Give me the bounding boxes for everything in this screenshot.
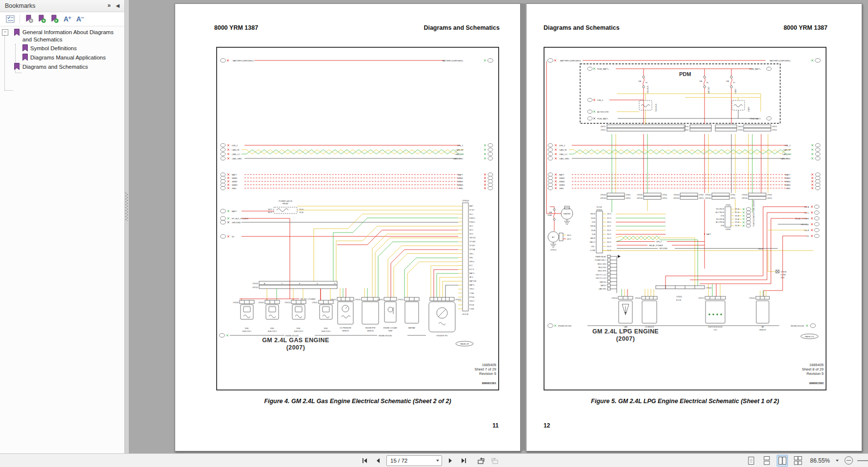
svg-text:GROUND: GROUND [659, 248, 667, 250]
bookmark-item-symbol-definitions[interactable]: Symbol Definitions [0, 44, 124, 53]
facing-continuous-view-button[interactable] [792, 455, 804, 467]
bookmark-item-general-information[interactable]: − General Information About Diagrams and… [0, 28, 124, 44]
panel-expand-icon[interactable]: » [107, 0, 111, 12]
k-line-test-connector: CPS236 K-LINE TEST [776, 270, 787, 279]
svg-text:SMB3: SMB3 [458, 184, 464, 186]
svg-text:CRP13: CRP13 [772, 126, 777, 128]
svg-text:BATT: BATT [458, 174, 464, 176]
zoom-slider[interactable] [857, 457, 868, 465]
page-number-input[interactable] [387, 458, 434, 464]
svg-text:ENGINE RPM: ENGINE RPM [365, 327, 376, 329]
svg-text:FUEL/RUN: FUEL/RUN [647, 85, 649, 94]
svg-text:CPS83: CPS83 [726, 204, 730, 206]
bookmarks-panel-header: Bookmarks » ◀ [0, 0, 124, 12]
svg-text:ACC PED A: ACC PED A [716, 221, 725, 223]
page-dropdown-icon[interactable] [434, 456, 442, 466]
svg-text:ACC PED B: ACC PED B [716, 212, 724, 214]
svg-text:ENGINE,GROUND: ENGINE,GROUND [379, 335, 392, 337]
svg-text:5V: 5V [807, 235, 809, 237]
fuse-f6: 20A F6 BATTERY [699, 69, 710, 124]
zoom-dropdown-icon[interactable] [834, 460, 840, 462]
bookmark-item-diagrams-manual-applications[interactable]: Diagrams Manual Applications [0, 53, 124, 62]
delete-bookmark-icon[interactable] [23, 14, 36, 24]
facing-view-button[interactable] [777, 455, 788, 467]
svg-text:CPS203: CPS203 [596, 209, 602, 211]
svg-text:VRS -: VRS - [469, 257, 474, 259]
font-decrease-icon[interactable]: A⁻ [74, 14, 86, 24]
next-page-button[interactable] [445, 456, 455, 466]
svg-text:CPS216: CPS216 [611, 297, 617, 299]
svg-text:PDM_BATT+: PDM_BATT+ [749, 68, 762, 70]
svg-text:ECU-B: ECU-B [676, 299, 681, 301]
figure-caption: Figure 5. GM 2.4L LPG Engine Electrical … [544, 398, 827, 405]
svg-text:CRP160: CRP160 [742, 197, 747, 199]
svg-text:CAN_HI: CAN_HI [559, 149, 566, 151]
fuse-f3: 20A F3 FUEL/RUN [638, 69, 649, 124]
svg-text:CAN_LO: CAN_LO [782, 153, 790, 156]
svg-text:CAN_LO: CAN_LO [232, 153, 240, 156]
svg-text:F6: F6 [707, 82, 708, 84]
svg-text:GRD A: GRD A [590, 225, 596, 227]
svg-text:371-D: 371-D [607, 217, 611, 219]
svg-text:ETCM-: ETCM- [469, 304, 474, 306]
last-page-button[interactable] [459, 456, 468, 466]
svg-text:CPS160: CPS160 [705, 194, 711, 196]
svg-text:IGN CYL 2 & 3: IGN CYL 2 & 3 [596, 277, 606, 279]
svg-text:IAT S: IAT S [469, 276, 473, 278]
svg-text:COIL: COIL [713, 329, 717, 331]
svg-text:CRP15: CRP15 [601, 126, 606, 128]
svg-text:IGN CYL 1 & 4: IGN CYL 1 & 4 [596, 274, 606, 276]
oil-pressure-sensor: CPS201 OIL PRESSURE SENSOR [330, 297, 354, 332]
svg-text:SENSOR: SENSOR [759, 329, 766, 331]
svg-text:CRP55: CRP55 [626, 197, 631, 199]
svg-text:F3: F3 [646, 82, 647, 84]
page-gap-divider [521, 3, 525, 450]
svg-text:CPS213: CPS213 [455, 299, 461, 301]
splitter-grip[interactable] [125, 193, 128, 221]
single-page-view-button[interactable] [746, 455, 757, 467]
previous-page-button[interactable] [373, 456, 383, 466]
svg-text:F7: F7 [733, 82, 735, 84]
previous-view-button[interactable] [477, 456, 486, 466]
goto-bookmark-icon[interactable] [48, 14, 61, 24]
svg-text:TAP: TAP [761, 326, 764, 328]
svg-text:IGN_3: IGN_3 [597, 99, 604, 101]
svg-text:OP SIG: OP SIG [469, 245, 475, 247]
svg-text:OIL PRESSURE: OIL PRESSURE [340, 327, 351, 329]
bookmark-item-diagrams-and-schematics[interactable]: Diagrams and Schematics [0, 62, 124, 72]
svg-text:CPS14: CPS14 [738, 129, 743, 131]
bookmark-icon [22, 54, 28, 61]
svg-text:CPS160: CPS160 [600, 194, 606, 196]
svg-text:901-D: 901-D [607, 237, 611, 239]
svg-text:IGN_2: IGN_2 [785, 144, 791, 147]
panel-splitter[interactable] [125, 0, 129, 454]
font-increase-icon[interactable]: A⁺ [61, 14, 74, 24]
zoom-out-button[interactable] [845, 456, 853, 465]
svg-text:SMB1: SMB1 [458, 177, 464, 179]
lpg-engine-schematic: BATTERY,(UNFUSED) BATTERY,(UNFUSED) PDM … [544, 47, 827, 390]
svg-text:ALT: ALT [552, 236, 555, 238]
svg-text:CAN_HI: CAN_HI [456, 149, 463, 151]
svg-text:CPS218: CPS218 [635, 297, 641, 299]
svg-text:SMB2: SMB2 [559, 180, 565, 183]
collapse-minus-icon[interactable]: − [2, 29, 8, 36]
svg-text:261-P: 261-P [607, 234, 611, 235]
continuous-view-button[interactable] [761, 455, 772, 467]
next-view-button[interactable] [489, 456, 499, 466]
svg-text:TSIG 2: TSIG 2 [469, 300, 474, 302]
svg-text:FL RLY: FL RLY [469, 210, 475, 212]
svg-text:SENSOR: SENSOR [367, 330, 374, 332]
svg-text:SMB1: SMB1 [785, 177, 791, 179]
svg-text:FUSE: FUSE [547, 214, 552, 216]
svg-text:CPS225: CPS225 [355, 299, 361, 301]
add-bookmark-icon[interactable] [36, 14, 48, 24]
first-page-button[interactable] [360, 456, 370, 466]
svg-text:CRP55: CRP55 [730, 197, 736, 199]
panel-collapse-icon[interactable]: ◀ [116, 0, 120, 12]
svg-text:CPS55: CPS55 [626, 194, 630, 196]
svg-text:5V-B: 5V-B [721, 215, 724, 217]
bookmark-options-icon[interactable] [4, 14, 17, 24]
bookmarks-panel: Bookmarks » ◀ [0, 0, 125, 454]
svg-text:371-A: 371-A [735, 212, 739, 214]
svg-text:ENGINE,GROUND: ENGINE,GROUND [558, 325, 572, 327]
